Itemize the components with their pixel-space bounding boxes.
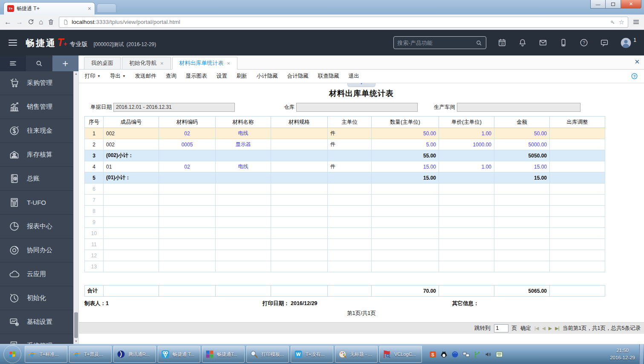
scroll-up-icon[interactable]: ▲ bbox=[74, 71, 78, 76]
taskbar-button-tplus-pop[interactable]: eT+普及... bbox=[69, 346, 112, 363]
sidebar-item-office[interactable]: 协同办公 bbox=[0, 239, 78, 262]
goto-confirm-button[interactable]: 确定 bbox=[520, 325, 531, 332]
calendar-icon[interactable]: 15 bbox=[497, 38, 507, 47]
cell[interactable]: 02 bbox=[159, 128, 216, 139]
toolbar-hide-subtotal-button[interactable]: 小计隐藏 bbox=[257, 73, 278, 80]
toolbar-hide-total-button[interactable]: 合计隐藏 bbox=[287, 73, 309, 80]
s-tray-icon[interactable]: S bbox=[429, 350, 437, 358]
taskbar-button-chanjet-t[interactable]: 畅捷通 T... bbox=[158, 346, 200, 363]
product-search[interactable] bbox=[393, 36, 486, 49]
toolbar-help-icon[interactable]: ? bbox=[631, 73, 638, 80]
toolbar-exit-button[interactable]: 退出 bbox=[349, 73, 359, 80]
sidebar-scrollbar[interactable]: ▲ ▼ bbox=[73, 71, 78, 344]
last-page-icon[interactable]: ▶| bbox=[555, 326, 559, 331]
table-row[interactable]: 13 bbox=[85, 261, 605, 272]
column-header[interactable]: 金额 bbox=[494, 116, 550, 128]
search-input[interactable] bbox=[397, 40, 475, 46]
branch-icon[interactable] bbox=[473, 350, 481, 358]
sidebar-item-purchase[interactable]: 采购管理 bbox=[0, 71, 78, 95]
column-header[interactable]: 主单位 bbox=[328, 116, 372, 128]
reload-icon[interactable] bbox=[27, 18, 35, 26]
filter-collapse-handle[interactable]: ▼ bbox=[347, 83, 375, 87]
table-row[interactable]: 3(002)小计：55.005050.00 bbox=[85, 150, 605, 161]
mail-icon[interactable] bbox=[538, 38, 548, 47]
sidebar-item-ledger[interactable]: 总账 bbox=[0, 167, 78, 191]
sidebar-collapse-button[interactable] bbox=[0, 55, 26, 71]
filter-doc-date-input[interactable] bbox=[113, 103, 235, 112]
toolbar-show-chart-button[interactable]: 显示图表 bbox=[186, 73, 207, 80]
sidebar-item-reports[interactable]: 报表中心 bbox=[0, 215, 78, 239]
column-header[interactable]: 数量(主单位) bbox=[372, 116, 439, 128]
filter-workshop-input[interactable] bbox=[457, 103, 580, 112]
close-all-tabs-icon[interactable]: ✕ bbox=[634, 58, 640, 65]
cell[interactable]: 1.00 bbox=[439, 161, 494, 172]
browser-menu-icon[interactable] bbox=[632, 18, 640, 26]
tab-material-outbound-report[interactable]: 材料出库单统计表× bbox=[172, 57, 238, 70]
toolbar-refresh-button[interactable]: 刷新 bbox=[237, 73, 247, 80]
toolbar-print-button[interactable]: 打印▼ bbox=[85, 73, 101, 80]
sidebar-item-sales[interactable]: 销售管理 bbox=[0, 95, 78, 119]
table-row[interactable]: 6 bbox=[85, 183, 605, 195]
table-row[interactable]: 10 bbox=[85, 228, 605, 239]
ime-icon[interactable] bbox=[495, 350, 503, 358]
browser-tab[interactable]: T+ 畅捷通 T+ × bbox=[3, 2, 95, 15]
column-header[interactable]: 材料编码 bbox=[159, 116, 216, 128]
taskbar-button-tplus-none[interactable]: WT+没有... bbox=[291, 346, 333, 363]
toolbar-export-button[interactable]: 导出▼ bbox=[110, 73, 126, 80]
blue-ball-icon[interactable] bbox=[451, 350, 459, 358]
browser-tab-close-icon[interactable]: × bbox=[88, 6, 91, 12]
toolbar-query-button[interactable]: 查询 bbox=[166, 73, 176, 80]
taskbar-button-chanjet-t2[interactable]: 畅捷通T... bbox=[202, 346, 245, 363]
toolbar-send-mail-button[interactable]: 发送邮件 bbox=[135, 73, 156, 80]
table-row[interactable]: 9 bbox=[85, 217, 605, 228]
next-page-icon[interactable]: ▶ bbox=[549, 326, 552, 331]
mobile-icon[interactable] bbox=[559, 38, 568, 47]
toolbar-settings-button[interactable]: 设置 bbox=[217, 73, 227, 80]
table-row[interactable]: 5(01)小计：15.0015.00 bbox=[85, 172, 605, 183]
tab-init-nav[interactable]: 初始化导航× bbox=[122, 57, 171, 70]
minimize-button[interactable]: — bbox=[590, 0, 606, 9]
table-row[interactable]: 40102电线件15.001.0015.00 bbox=[85, 161, 605, 172]
cell[interactable]: 5000.00 bbox=[494, 139, 550, 150]
app-menu-icon[interactable] bbox=[8, 38, 18, 48]
cell[interactable]: 1.00 bbox=[439, 128, 494, 139]
column-header[interactable]: 材料规格 bbox=[271, 116, 328, 128]
column-header[interactable]: 出库调整 bbox=[550, 116, 605, 128]
sidebar-item-init[interactable]: 初始化 bbox=[0, 286, 78, 310]
new-tab-button[interactable] bbox=[97, 3, 116, 13]
cell[interactable]: 50.00 bbox=[372, 128, 439, 139]
cell[interactable]: 50.00 bbox=[494, 128, 550, 139]
scroll-down-icon[interactable]: ▼ bbox=[74, 339, 78, 344]
taskbar-button-untitled-paint[interactable]: 无标题 - ... bbox=[335, 346, 378, 363]
maximize-button[interactable] bbox=[606, 0, 621, 9]
cell[interactable]: 5.00 bbox=[372, 139, 439, 150]
key-icon[interactable] bbox=[610, 19, 616, 25]
cell[interactable]: 电线 bbox=[216, 161, 271, 172]
tab-desktop[interactable]: 我的桌面 bbox=[84, 57, 121, 70]
user-avatar[interactable]: 1 bbox=[620, 37, 636, 49]
cell[interactable]: 1000.00 bbox=[439, 139, 494, 150]
column-header[interactable]: 单价(主单位) bbox=[439, 116, 494, 128]
sidebar-item-system[interactable]: 系统管理 bbox=[0, 334, 78, 344]
table-row[interactable]: 8 bbox=[85, 206, 605, 217]
cell[interactable]: 02 bbox=[159, 161, 216, 172]
tab-close-icon[interactable]: × bbox=[227, 61, 231, 66]
taskbar-clock[interactable]: 21:50 2016-12-29 bbox=[610, 347, 639, 362]
cell[interactable]: 显示器 bbox=[216, 139, 271, 150]
taskbar-button-print-template[interactable]: 打印模板... bbox=[246, 346, 289, 363]
table-row[interactable]: 11 bbox=[85, 239, 605, 250]
bell-icon[interactable] bbox=[518, 38, 527, 47]
forward-icon[interactable]: → bbox=[16, 18, 23, 26]
toolbar-hide-drill-button[interactable]: 联查隐藏 bbox=[318, 73, 339, 80]
taskbar-button-rtx[interactable]: 腾讯通R... bbox=[113, 346, 156, 363]
sidebar-item-settings[interactable]: 基础设置 bbox=[0, 310, 78, 334]
home-icon[interactable]: ⌂ bbox=[39, 18, 43, 26]
column-header[interactable]: 材料名称 bbox=[216, 116, 271, 128]
goto-page-input[interactable] bbox=[494, 324, 508, 332]
column-header[interactable]: 成品编号 bbox=[104, 116, 159, 128]
back-icon[interactable]: ← bbox=[4, 18, 12, 26]
first-page-icon[interactable]: |◀ bbox=[534, 326, 538, 331]
cell[interactable]: 15.00 bbox=[372, 161, 439, 172]
prev-page-icon[interactable]: ◀ bbox=[542, 326, 545, 331]
table-row[interactable]: 12 bbox=[85, 250, 605, 261]
